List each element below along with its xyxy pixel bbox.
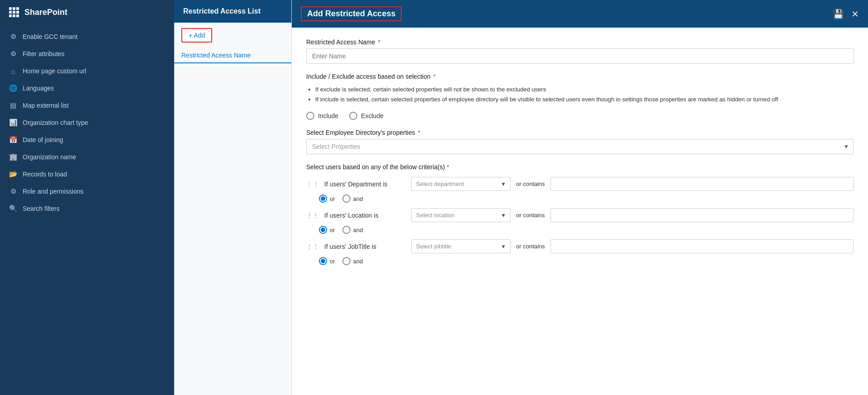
location-select[interactable]: Select location <box>411 208 511 222</box>
required-star: * <box>433 73 436 80</box>
location-criteria-row: ⋮⋮ If users' Location is Select location… <box>306 208 854 222</box>
department-or-radio[interactable]: or <box>319 195 335 203</box>
department-or-radio-circle <box>319 195 327 203</box>
add-button[interactable]: + Add <box>181 28 212 43</box>
building-icon: 🏢 <box>9 153 17 161</box>
name-field-group: Restricted Access Name * <box>306 38 854 64</box>
emp-directory-group: Select Employee Directory's properties *… <box>306 129 854 154</box>
location-logic-row: or and <box>319 226 854 234</box>
sidebar-item-label: Date of joining <box>23 136 63 143</box>
info-list: If exclude is selected, certain selected… <box>306 85 854 105</box>
department-and-radio[interactable]: and <box>342 195 363 203</box>
jobtitle-or-radio-circle <box>319 257 327 265</box>
name-label: Restricted Access Name * <box>306 38 854 46</box>
filter-icon: ⚙ <box>9 50 17 58</box>
drag-handle-department[interactable]: ⋮⋮ <box>306 181 319 188</box>
location-and-radio[interactable]: and <box>342 226 363 234</box>
location-contains-input[interactable] <box>550 208 854 222</box>
jobtitle-and-radio[interactable]: and <box>342 257 363 265</box>
sidebar-item-filter-attributes[interactable]: ⚙ Filter attributes <box>0 45 174 62</box>
info-box: If exclude is selected, certain selected… <box>306 83 854 106</box>
sidebar-item-label: Languages <box>23 85 54 92</box>
required-star: * <box>418 129 420 136</box>
include-exclude-radio-group: Include Exclude <box>306 112 854 120</box>
department-and-label: and <box>353 195 363 202</box>
include-radio-label: Include <box>318 112 338 119</box>
department-criteria-label: If users' Department is <box>324 181 406 188</box>
location-and-radio-circle <box>342 226 351 234</box>
jobtitle-or-contains: or contains <box>516 243 545 250</box>
location-or-contains: or contains <box>516 212 545 219</box>
required-star: * <box>447 163 449 171</box>
jobtitle-or-radio[interactable]: or <box>319 257 335 265</box>
jobtitle-logic-row: or and <box>319 257 854 265</box>
jobtitle-select-wrapper: Select jobtitle ▼ <box>411 239 511 253</box>
waffle-icon[interactable] <box>9 7 19 17</box>
save-icon[interactable]: 💾 <box>833 9 844 19</box>
sidebar-item-languages[interactable]: 🌐 Languages <box>0 80 174 97</box>
info-item-1: If exclude is selected, certain selected… <box>315 85 854 95</box>
modal-title: Add Restricted Access <box>307 9 395 18</box>
home-icon: ⌂ <box>9 67 17 75</box>
sidebar-item-search-filters[interactable]: 🔍 Search filters <box>0 200 174 217</box>
sidebar-item-label: Records to load <box>23 171 67 178</box>
name-input[interactable] <box>306 48 854 64</box>
jobtitle-select[interactable]: Select jobtitle <box>411 239 511 253</box>
required-star: * <box>378 38 380 46</box>
search-icon: 🔍 <box>9 205 17 213</box>
calendar-icon: 📅 <box>9 136 17 144</box>
department-contains-input[interactable] <box>550 177 854 191</box>
jobtitle-contains-input[interactable] <box>550 239 854 253</box>
exclude-radio-label: Exclude <box>361 112 384 119</box>
exclude-radio-circle <box>349 112 357 120</box>
list-panel-actions: + Add <box>174 23 291 48</box>
sidebar-item-home-page[interactable]: ⌂ Home page custom url <box>0 62 174 80</box>
sidebar-item-label: Enable GCC tenant <box>23 33 77 40</box>
sidebar-item-label: Organization chart type <box>23 119 88 126</box>
modal-body: Restricted Access Name * Include / Exclu… <box>292 28 868 395</box>
location-or-radio[interactable]: or <box>319 226 335 234</box>
records-icon: 📂 <box>9 170 17 178</box>
org-chart-icon: 📊 <box>9 119 17 127</box>
sidebar-item-label: Home page custom url <box>23 67 86 75</box>
location-or-radio-circle <box>319 226 327 234</box>
role-icon: ⚙ <box>9 187 17 195</box>
sidebar-item-records-load[interactable]: 📂 Records to load <box>0 166 174 183</box>
exclude-radio[interactable]: Exclude <box>349 112 384 120</box>
drag-handle-location[interactable]: ⋮⋮ <box>306 212 319 219</box>
department-select-wrapper: Select department ▼ <box>411 177 511 191</box>
sidebar-item-label: Filter attributes <box>23 50 65 57</box>
jobtitle-and-label: and <box>353 258 363 265</box>
map-icon: ▤ <box>9 101 17 109</box>
sidebar-header: SharePoint <box>0 0 174 24</box>
drag-handle-jobtitle[interactable]: ⋮⋮ <box>306 243 319 250</box>
sidebar-item-label: Search filters <box>23 205 60 212</box>
department-or-contains: or contains <box>516 181 545 187</box>
sidebar-item-label: Map external list <box>23 102 69 109</box>
emp-directory-select[interactable]: Select Properties <box>306 139 854 154</box>
include-exclude-label: Include / Exclude access based on select… <box>306 73 854 80</box>
sidebar-item-enable-gcc[interactable]: ⚙ Enable GCC tenant <box>0 28 174 45</box>
criteria-group: Select users based on any of the below c… <box>306 163 854 265</box>
sidebar: SharePoint ⚙ Enable GCC tenant ⚙ Filter … <box>0 0 174 395</box>
jobtitle-or-label: or <box>330 258 335 265</box>
app-title: SharePoint <box>24 8 67 17</box>
sidebar-item-date-joining[interactable]: 📅 Date of joining <box>0 131 174 148</box>
sidebar-item-org-name[interactable]: 🏢 Organization name <box>0 148 174 166</box>
sidebar-item-label: Role and permissions <box>23 188 84 195</box>
sidebar-item-map-external[interactable]: ▤ Map external list <box>0 97 174 114</box>
department-select[interactable]: Select department <box>411 177 511 191</box>
department-and-radio-circle <box>342 195 351 203</box>
close-icon[interactable]: ✕ <box>851 9 859 19</box>
sidebar-item-role-permissions[interactable]: ⚙ Role and permissions <box>0 183 174 200</box>
jobtitle-criteria-row: ⋮⋮ If users' JobTitle is Select jobtitle… <box>306 239 854 253</box>
info-item-2: If include is selected, certain selected… <box>315 95 854 105</box>
list-panel-header: Restricted Access List <box>174 0 291 23</box>
emp-directory-label: Select Employee Directory's properties * <box>306 129 854 136</box>
location-and-label: and <box>353 227 363 233</box>
include-exclude-group: Include / Exclude access based on select… <box>306 73 854 120</box>
modal-header: Add Restricted Access 💾 ✕ <box>292 0 868 28</box>
sidebar-item-org-chart[interactable]: 📊 Organization chart type <box>0 114 174 131</box>
include-radio[interactable]: Include <box>306 112 338 120</box>
location-criteria-label: If users' Location is <box>324 212 406 219</box>
